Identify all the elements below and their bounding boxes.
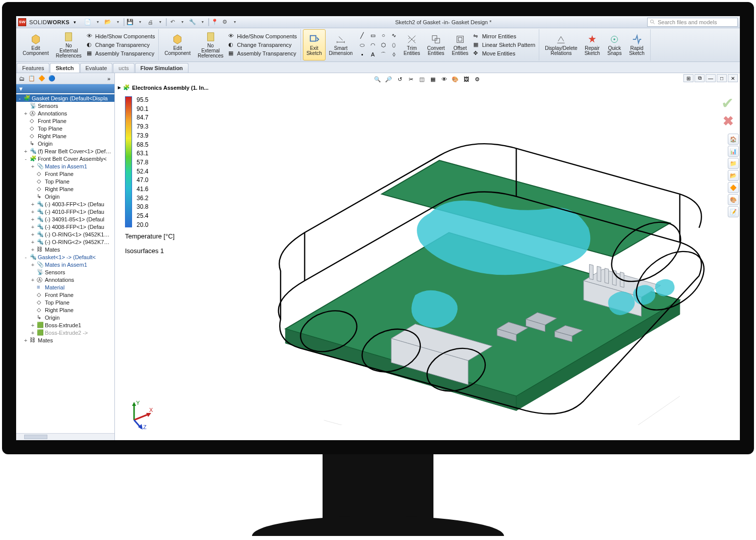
open-file-icon[interactable]: 📂 xyxy=(103,18,112,27)
chevron-right-icon[interactable]: » xyxy=(104,74,113,83)
print-icon[interactable]: 🖨 xyxy=(146,18,155,27)
tab-products-truncated[interactable]: ucts xyxy=(113,63,134,73)
display-style-icon[interactable]: ▦ xyxy=(428,74,438,84)
tab-evaluate[interactable]: Evaluate xyxy=(80,63,113,73)
design-library-icon[interactable]: 📁 xyxy=(728,158,739,169)
close-icon[interactable]: ✕ xyxy=(728,74,738,82)
save-icon[interactable]: 💾 xyxy=(125,18,135,27)
assembly-transparency-button[interactable]: ▦Assembly Transparency xyxy=(85,49,157,57)
tree-item[interactable]: +🔩(-) O-RING<2> (9452K7… xyxy=(16,238,114,246)
tree-item[interactable]: ◇Right Plane xyxy=(16,132,114,140)
tree-item[interactable]: +ⒶAnnotations xyxy=(16,276,114,283)
feature-tree[interactable]: -🧩Gasket Design (Default<Displa 📡Sensors… xyxy=(16,93,114,433)
options-icon[interactable]: 📍 xyxy=(210,18,219,27)
appearance-icon[interactable]: 🎨 xyxy=(450,74,460,84)
link-viewport-icon[interactable]: ⧉ xyxy=(695,74,705,82)
view-palette-icon[interactable]: 🔶 xyxy=(728,182,739,193)
tree-item[interactable]: ◇Right Plane xyxy=(16,306,114,314)
tree-item[interactable]: +🟩Boss-Extrude1 xyxy=(16,321,114,329)
previous-view-icon[interactable]: ↺ xyxy=(395,74,405,84)
resources-icon[interactable]: 📊 xyxy=(728,146,739,157)
tree-item[interactable]: ◇Top Plane xyxy=(16,125,114,132)
tree-item[interactable]: +ⒶAnnotations xyxy=(16,109,114,117)
change-transparency-button[interactable]: ◐Change Transparency xyxy=(85,41,157,49)
settings-icon[interactable]: ⚙ xyxy=(220,18,229,27)
feature-filter-bar[interactable]: ▼ xyxy=(16,84,114,93)
no-external-references-button[interactable]: No External References xyxy=(52,29,85,61)
tree-item[interactable]: 📡Sensors xyxy=(16,268,114,276)
view-orientation-icon[interactable]: ◫ xyxy=(417,74,427,84)
tree-item[interactable]: +🔩(f) Rear Belt Cover<1> (Def… xyxy=(16,147,114,155)
tree-item[interactable]: ◇Front Plane xyxy=(16,117,114,125)
repair-sketch-button[interactable]: Repair Sketch xyxy=(581,29,604,61)
offset-entities-button[interactable]: Offset Entities xyxy=(449,29,472,61)
quick-snaps-button[interactable]: Quick Snaps xyxy=(603,29,625,61)
minimize-icon[interactable]: — xyxy=(706,74,716,82)
dropdown-arrow-icon[interactable]: ▾ xyxy=(74,20,76,25)
line-tool-icon[interactable]: ╱ xyxy=(357,31,367,40)
flyout-tree-title[interactable]: ▸🧩Electronics Assembly (1. In... xyxy=(118,84,209,91)
feature-tree-tab-icon[interactable]: 🗂 xyxy=(17,74,26,83)
file-explorer-icon[interactable]: 📂 xyxy=(728,170,739,181)
appearances-tab-icon[interactable]: 🎨 xyxy=(728,194,739,205)
tab-sketch[interactable]: Sketch xyxy=(50,63,79,73)
slot-tool-icon[interactable]: ⬭ xyxy=(357,40,367,49)
exit-sketch-button[interactable]: Exit Sketch xyxy=(303,29,326,61)
fillet-tool-icon[interactable]: ⌒ xyxy=(379,50,389,59)
tree-item[interactable]: +🔩(-) 4010-FFP<1> (Defau xyxy=(16,208,114,215)
tree-item[interactable]: ◇Front Plane xyxy=(16,170,114,177)
linear-pattern-button[interactable]: ▦Linear Sketch Pattern xyxy=(472,41,537,49)
display-delete-relations-button[interactable]: Display/Delete Relations xyxy=(541,29,581,61)
tree-item[interactable]: +⛓Mates xyxy=(16,336,114,344)
hide-show-icon[interactable]: 👁 xyxy=(439,74,449,84)
tree-item[interactable]: +📎Mates in Assem1 xyxy=(16,261,114,268)
rect-tool-icon[interactable]: ▭ xyxy=(368,31,378,40)
arc-tool-icon[interactable]: ◠ xyxy=(368,40,378,49)
tree-item[interactable]: ◇Top Plane xyxy=(16,298,114,306)
move-entities-button[interactable]: ✥Move Entities xyxy=(472,49,537,57)
scene-icon[interactable]: 🖼 xyxy=(461,74,471,84)
tree-item[interactable]: +📎Mates in Assem1 xyxy=(16,162,114,170)
spline-tool-icon[interactable]: ∿ xyxy=(389,31,399,40)
edit-component-button[interactable]: Edit Component xyxy=(19,29,52,61)
orientation-triad-icon[interactable]: Y X Z xyxy=(124,400,154,430)
assembly-transparency-button-2[interactable]: ▦Assembly Transparency xyxy=(227,49,298,57)
text-tool-icon[interactable]: A xyxy=(368,50,378,59)
edit-component-button-2[interactable]: Edit Component xyxy=(161,29,194,61)
polygon-tool-icon[interactable]: ⬡ xyxy=(379,40,389,49)
tree-item[interactable]: +🔩(-) 4003-FFP<1> (Defau xyxy=(16,200,114,208)
viewports-icon[interactable]: ⊞ xyxy=(683,74,694,82)
tree-item[interactable]: +🔩(-) 4008-FFP<1> (Defau xyxy=(16,223,114,230)
custom-props-icon[interactable]: 📝 xyxy=(728,206,739,217)
plane-tool-icon[interactable]: ◊ xyxy=(389,50,399,59)
tree-root[interactable]: -🧩Gasket Design (Default<Displa xyxy=(16,94,114,102)
new-file-icon[interactable]: 📄 xyxy=(83,18,92,27)
mirror-entities-button[interactable]: ⇋Mirror Entities xyxy=(472,32,537,40)
tree-item[interactable]: 📡Sensors xyxy=(16,102,114,109)
hide-show-components-button-2[interactable]: 👁Hide/Show Components xyxy=(227,32,298,40)
tree-item[interactable]: +🔩(-) O-RING<1> (9452K1… xyxy=(16,230,114,238)
maximize-icon[interactable]: □ xyxy=(717,74,727,82)
tree-item[interactable]: ↳Origin xyxy=(16,193,114,200)
convert-entities-button[interactable]: Convert Entities xyxy=(424,29,449,61)
hide-show-components-button[interactable]: 👁Hide/Show Components xyxy=(85,32,157,40)
confirm-check-icon[interactable]: ✔ xyxy=(721,94,734,112)
zoom-fit-icon[interactable]: 🔍 xyxy=(372,74,383,84)
tree-item[interactable]: ◇Right Plane xyxy=(16,185,114,193)
tree-item[interactable]: ◇Top Plane xyxy=(16,177,114,185)
trim-entities-button[interactable]: Trim Entities xyxy=(400,29,424,61)
tree-item[interactable]: ↳Origin xyxy=(16,140,114,147)
smart-dimension-button[interactable]: Smart Dimension xyxy=(326,29,356,61)
tree-item[interactable]: -🔩Gasket<1> -> (Default< xyxy=(16,253,114,261)
undo-icon[interactable]: ↶ xyxy=(168,18,177,27)
display-mgr-tab-icon[interactable]: 🔵 xyxy=(47,74,56,83)
horizontal-scrollbar[interactable] xyxy=(16,433,114,440)
zoom-area-icon[interactable]: 🔎 xyxy=(384,74,394,84)
tree-item[interactable]: ◇Front Plane xyxy=(16,291,114,298)
config-mgr-tab-icon[interactable]: 🔶 xyxy=(37,74,46,83)
rebuild-icon[interactable]: 🔧 xyxy=(188,18,197,27)
tree-item[interactable]: +⛓Mates xyxy=(16,246,114,253)
change-transparency-button-2[interactable]: ◐Change Transparency xyxy=(227,41,298,49)
cancel-x-icon[interactable]: ✖ xyxy=(723,113,734,129)
section-view-icon[interactable]: ✂ xyxy=(406,74,416,84)
